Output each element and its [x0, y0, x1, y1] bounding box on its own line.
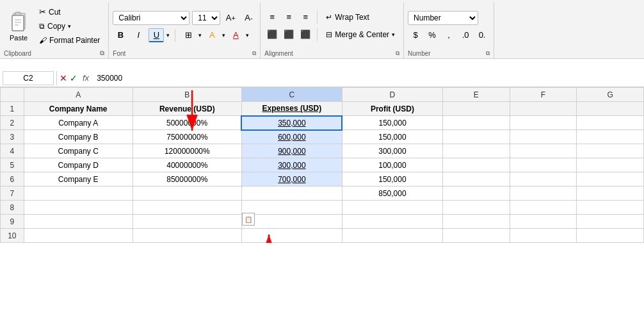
cell[interactable]: [442, 172, 510, 186]
cell[interactable]: [442, 116, 510, 130]
cell[interactable]: [342, 215, 442, 229]
col-header-c[interactable]: C: [241, 88, 342, 102]
cell[interactable]: [510, 102, 577, 116]
cell[interactable]: [577, 186, 644, 201]
formula-input[interactable]: [94, 71, 641, 85]
font-size-selector[interactable]: 11: [192, 11, 220, 25]
font-color-dropdown-icon[interactable]: ▾: [246, 32, 249, 38]
cell[interactable]: Company E: [24, 172, 133, 186]
underline-button[interactable]: U: [149, 28, 164, 42]
cell[interactable]: [133, 186, 241, 201]
cell[interactable]: 150,000: [342, 172, 442, 186]
alignment-expand-icon[interactable]: ⧉: [396, 50, 399, 57]
align-center-button[interactable]: ⬛: [281, 28, 296, 42]
increase-font-button[interactable]: A+: [223, 11, 238, 25]
cell[interactable]: [442, 215, 510, 229]
col-header-g[interactable]: G: [577, 88, 644, 102]
paste-button[interactable]: Paste: [4, 5, 33, 47]
cell[interactable]: Company D: [24, 158, 133, 172]
comma-button[interactable]: ,: [441, 28, 456, 42]
cell[interactable]: [510, 229, 577, 243]
cell[interactable]: [510, 172, 577, 186]
cell[interactable]: [241, 186, 342, 201]
col-header-d[interactable]: D: [342, 88, 442, 102]
font-selector[interactable]: Calibri: [113, 11, 189, 25]
copy-button[interactable]: ⧉ Copy ▾: [35, 20, 104, 33]
cell[interactable]: Revenue (USD): [133, 102, 241, 116]
cell[interactable]: 150,000: [342, 116, 442, 130]
cell[interactable]: [510, 130, 577, 144]
col-header-b[interactable]: B: [133, 88, 241, 102]
decrease-font-button[interactable]: A-: [241, 11, 256, 25]
cell[interactable]: [442, 144, 510, 158]
percent-button[interactable]: %: [424, 28, 440, 42]
cell[interactable]: [342, 201, 442, 215]
cell[interactable]: [577, 130, 644, 144]
cell[interactable]: [577, 116, 644, 130]
cell[interactable]: [442, 229, 510, 243]
fill-dropdown-icon[interactable]: ▾: [222, 32, 225, 38]
cell[interactable]: [442, 201, 510, 215]
cell[interactable]: [442, 130, 510, 144]
cell[interactable]: [577, 144, 644, 158]
cell[interactable]: 120000000%: [133, 144, 241, 158]
cell[interactable]: Company A: [24, 116, 133, 130]
cell[interactable]: 85000000%: [133, 172, 241, 186]
cell[interactable]: Company B: [24, 130, 133, 144]
cell[interactable]: [133, 215, 241, 229]
fill-color-button[interactable]: A: [204, 28, 220, 42]
cell[interactable]: 100,000: [342, 158, 442, 172]
cell[interactable]: [510, 201, 577, 215]
increase-decimal-button[interactable]: .0: [458, 28, 473, 42]
border-dropdown-icon[interactable]: ▾: [198, 32, 202, 38]
align-left-button[interactable]: ⬛: [264, 28, 280, 42]
cell[interactable]: [577, 201, 644, 215]
number-format-selector[interactable]: Number: [408, 11, 478, 25]
cut-button[interactable]: ✂ Cut: [35, 5, 104, 19]
cell[interactable]: [133, 229, 241, 243]
cell[interactable]: 75000000%: [133, 130, 241, 144]
col-header-a[interactable]: A: [24, 88, 133, 102]
cell[interactable]: [577, 102, 644, 116]
cell[interactable]: [510, 186, 577, 201]
cell-reference-input[interactable]: [3, 71, 54, 85]
format-painter-button[interactable]: 🖌 Format Painter: [35, 34, 104, 47]
border-button[interactable]: ⊞: [181, 28, 196, 42]
font-expand-icon[interactable]: ⧉: [252, 50, 256, 57]
underline-dropdown-icon[interactable]: ▾: [166, 32, 170, 38]
cell[interactable]: [241, 229, 342, 243]
cell[interactable]: [241, 215, 342, 229]
copy-dropdown-icon[interactable]: ▾: [68, 23, 71, 29]
cancel-formula-icon[interactable]: ✕: [60, 73, 67, 83]
cell[interactable]: 900,000: [241, 144, 342, 158]
cell[interactable]: [24, 229, 133, 243]
italic-button[interactable]: I: [131, 28, 146, 42]
wrap-text-button[interactable]: ↵ Wrap Text: [321, 11, 374, 24]
cell[interactable]: Expenses (USD): [241, 102, 342, 116]
cell[interactable]: 850,000: [342, 186, 442, 201]
merge-dropdown-icon[interactable]: ▾: [392, 31, 395, 38]
cell[interactable]: Company C: [24, 144, 133, 158]
cell[interactable]: 350,000: [241, 116, 342, 130]
cell[interactable]: 50000000%: [133, 116, 241, 130]
align-top-left-button[interactable]: ≡: [264, 10, 280, 24]
cell[interactable]: [24, 215, 133, 229]
cell[interactable]: 300,000: [241, 158, 342, 172]
align-right-button[interactable]: ⬛: [298, 28, 313, 42]
col-header-f[interactable]: F: [510, 88, 577, 102]
cell[interactable]: [510, 158, 577, 172]
align-top-center-button[interactable]: ≡: [281, 10, 296, 24]
cell[interactable]: Company Name: [24, 102, 133, 116]
cell[interactable]: [510, 116, 577, 130]
confirm-formula-icon[interactable]: ✓: [70, 73, 77, 83]
cell[interactable]: [442, 158, 510, 172]
cell[interactable]: [510, 144, 577, 158]
font-color-button[interactable]: A: [228, 28, 243, 42]
cell[interactable]: Profit (USD): [342, 102, 442, 116]
cell[interactable]: 40000000%: [133, 158, 241, 172]
accounting-button[interactable]: $: [408, 28, 423, 42]
col-header-e[interactable]: E: [442, 88, 510, 102]
cell[interactable]: [577, 215, 644, 229]
cell[interactable]: [577, 172, 644, 186]
cell[interactable]: [577, 158, 644, 172]
